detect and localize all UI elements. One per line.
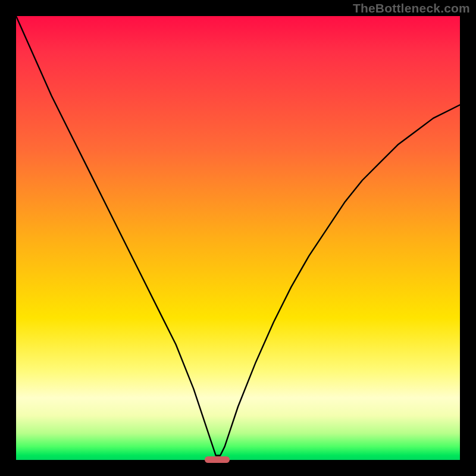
watermark-text: TheBottleneck.com (353, 1, 470, 15)
chart-frame: TheBottleneck.com (0, 0, 476, 476)
bottleneck-curve (16, 16, 460, 460)
plot-area (16, 16, 460, 460)
optimal-marker (205, 456, 230, 463)
